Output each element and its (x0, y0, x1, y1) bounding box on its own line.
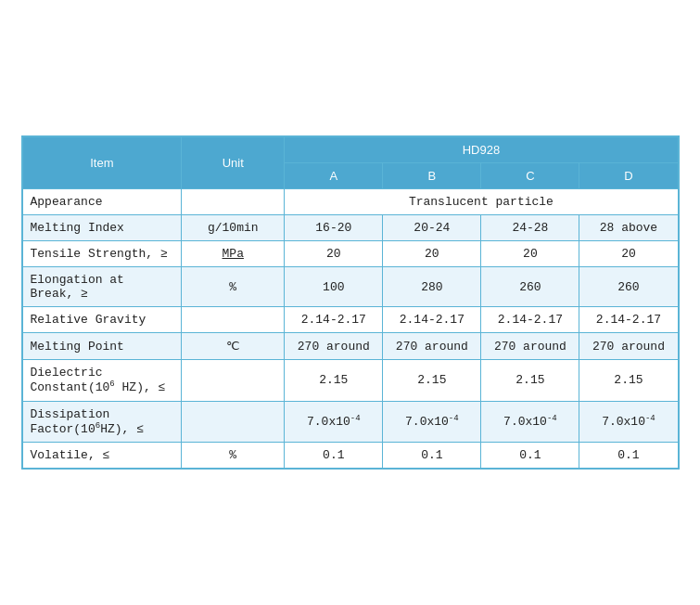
cell-item: Elongation at Break, ≥ (22, 267, 182, 307)
cell-value: 280 (383, 267, 481, 307)
cell-value: 20-24 (383, 215, 481, 241)
cell-unit (182, 360, 285, 401)
cell-unit: ℃ (182, 333, 285, 360)
table-row: Dissipation Factor(106HZ), ≤7.0x10-47.0x… (22, 401, 678, 442)
cell-unit (182, 189, 285, 215)
cell-value: 260 (579, 267, 678, 307)
cell-unit (182, 401, 285, 442)
cell-value: 20 (481, 241, 579, 267)
table-row: Melting Point℃270 around270 around270 ar… (22, 333, 678, 360)
cell-value: 24-28 (481, 215, 579, 241)
cell-value: 260 (481, 267, 579, 307)
table-row: AppearanceTranslucent particle (22, 189, 678, 215)
cell-item: Appearance (22, 189, 182, 215)
table-row: Dielectric Constant(106 HZ), ≤2.152.152.… (22, 360, 678, 401)
cell-value: 20 (285, 241, 383, 267)
cell-value-span: Translucent particle (285, 189, 678, 215)
cell-item: Dissipation Factor(106HZ), ≤ (22, 401, 182, 442)
cell-item: Tensile Strength, ≥ (22, 241, 182, 267)
cell-unit: % (182, 442, 285, 468)
table-row: Melting Indexg/10min16-2020-2424-2828 ab… (22, 215, 678, 241)
cell-unit: % (182, 267, 285, 307)
table-row: Volatile, ≤%0.10.10.10.1 (22, 442, 678, 468)
cell-unit: MPa (182, 241, 285, 267)
cell-unit: g/10min (182, 215, 285, 241)
product-spec-table: Item Unit HD928 A B C D AppearanceTransl… (21, 135, 680, 470)
cell-value: 270 around (383, 333, 481, 360)
cell-value: 2.14-2.17 (383, 307, 481, 333)
cell-value: 2.15 (285, 360, 383, 401)
table-row: Relative Gravity2.14-2.172.14-2.172.14-2… (22, 307, 678, 333)
cell-value: 0.1 (481, 442, 579, 468)
cell-item: Dielectric Constant(106 HZ), ≤ (22, 360, 182, 401)
header-item: Item (22, 137, 182, 189)
cell-unit (182, 307, 285, 333)
cell-value: 270 around (481, 333, 579, 360)
cell-value: 7.0x10-4 (285, 401, 383, 442)
cell-value: 2.14-2.17 (579, 307, 678, 333)
cell-value: 7.0x10-4 (383, 401, 481, 442)
cell-value: 2.15 (481, 360, 579, 401)
cell-value: 100 (285, 267, 383, 307)
cell-value: 2.14-2.17 (285, 307, 383, 333)
cell-item: Relative Gravity (22, 307, 182, 333)
cell-value: 0.1 (383, 442, 481, 468)
header-col-d: D (579, 163, 678, 189)
cell-item: Volatile, ≤ (22, 442, 182, 468)
cell-value: 0.1 (579, 442, 678, 468)
header-product: HD928 (285, 137, 678, 163)
cell-value: 7.0x10-4 (481, 401, 579, 442)
cell-value: 270 around (579, 333, 678, 360)
cell-value: 16-20 (285, 215, 383, 241)
cell-value: 2.15 (383, 360, 481, 401)
table-row: Elongation at Break, ≥%100280260260 (22, 267, 678, 307)
header-unit: Unit (182, 137, 285, 189)
cell-item: Melting Index (22, 215, 182, 241)
cell-value: 20 (383, 241, 481, 267)
header-col-c: C (481, 163, 579, 189)
cell-value: 7.0x10-4 (579, 401, 678, 442)
cell-item: Melting Point (22, 333, 182, 360)
cell-value: 28 above (579, 215, 678, 241)
cell-value: 2.14-2.17 (481, 307, 579, 333)
header-col-b: B (383, 163, 481, 189)
table-row: Tensile Strength, ≥MPa20202020 (22, 241, 678, 267)
cell-value: 2.15 (579, 360, 678, 401)
cell-value: 0.1 (285, 442, 383, 468)
cell-value: 20 (579, 241, 678, 267)
header-col-a: A (285, 163, 383, 189)
cell-value: 270 around (285, 333, 383, 360)
